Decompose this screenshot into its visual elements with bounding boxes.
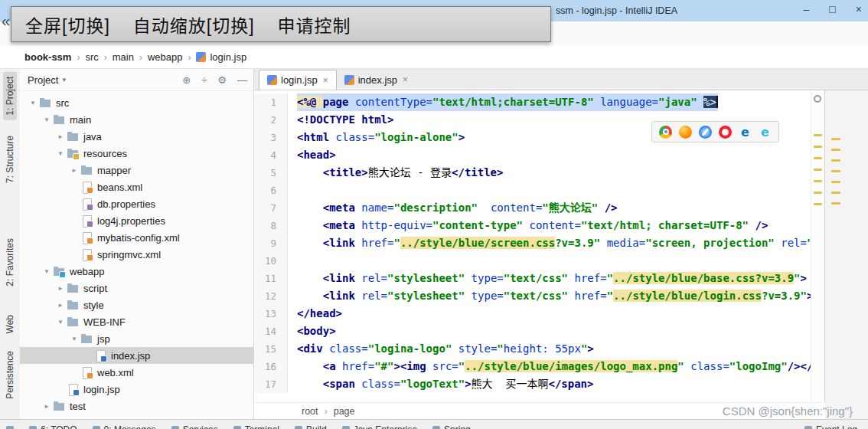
tab-login-jsp[interactable]: login.jsp × — [259, 70, 337, 90]
collapse-arrow-icon[interactable]: ▾ — [55, 149, 66, 157]
minimize-icon[interactable]: – — [804, 3, 810, 15]
tree-item-login-jsp[interactable]: login.jsp — [20, 381, 253, 398]
warning-mark-icon[interactable] — [831, 181, 840, 183]
code-line-17[interactable]: 17 <span class="logoText">熊大 买一本啊</span> — [254, 375, 825, 393]
code-line-4[interactable]: 4<head> — [254, 146, 825, 164]
firefox-icon[interactable] — [679, 126, 692, 139]
breadcrumb-page-tag[interactable]: page — [334, 406, 355, 417]
status-item-services[interactable]: Services — [171, 424, 218, 429]
tree-item-style[interactable]: ▸style — [20, 296, 253, 313]
breadcrumb-webapp[interactable]: webapp — [148, 51, 183, 63]
status-item-terminal[interactable]: Terminal — [233, 424, 279, 429]
status-item-java-enterprise[interactable]: Java Enterprise — [342, 424, 417, 429]
warning-mark-icon[interactable] — [831, 170, 840, 172]
status-item-spring[interactable]: Spring — [432, 424, 471, 429]
ie-icon[interactable] — [759, 126, 772, 139]
expand-arrow-icon[interactable]: ▸ — [55, 133, 66, 140]
tool-window-switcher-icon[interactable] — [6, 426, 14, 429]
expand-arrow-icon[interactable]: ▸ — [41, 402, 52, 410]
warning-mark-icon[interactable] — [814, 146, 822, 148]
breadcrumb-login-jsp[interactable]: login.jsp — [210, 51, 246, 63]
fullscreen-toggle-button[interactable]: 全屏[切换] — [25, 11, 110, 38]
chrome-icon[interactable] — [659, 126, 672, 139]
breadcrumb-root-tag[interactable]: root — [302, 406, 318, 417]
autoscale-toggle-button[interactable]: 自动缩放[切换] — [133, 11, 255, 38]
code-line-7[interactable]: 7 <meta name="description" content="熊大论坛… — [254, 199, 825, 217]
code-line-12[interactable]: 12 <link rel="stylesheet" type="text/css… — [254, 287, 825, 305]
tree-item-jsp[interactable]: ▾jsp — [20, 330, 253, 347]
stripe-item-web[interactable]: Web — [3, 310, 17, 338]
collapse-all-icon[interactable]: ÷ — [201, 74, 207, 86]
tree-item-index-jsp[interactable]: index.jsp — [20, 347, 253, 364]
code-line-10[interactable]: 10 — [254, 252, 825, 270]
code-line-16[interactable]: 16 <a href="#"><img src="../style/blue/i… — [254, 358, 825, 375]
tree-item-mybatis-config-xml[interactable]: mybatis-config.xml — [20, 229, 253, 246]
code-line-9[interactable]: 9 <link href="../style/blue/screen.css?v… — [254, 234, 825, 252]
stripe-item-7-structure[interactable]: 7: Structure — [3, 131, 17, 188]
warning-mark-icon[interactable] — [831, 138, 840, 140]
collapse-arrow-icon[interactable]: ▾ — [41, 116, 52, 123]
stripe-item-persistence[interactable]: Persistence — [3, 346, 17, 404]
warning-mark-icon[interactable] — [814, 180, 822, 182]
edge-icon[interactable] — [739, 126, 752, 139]
tree-item-log4j-properties[interactable]: log4j.properties — [20, 212, 253, 229]
code-editor[interactable]: 1<%@ page contentType="text/html;charset… — [254, 90, 825, 402]
code-line-14[interactable]: 14<body> — [254, 323, 825, 340]
expand-arrow-icon[interactable]: ▸ — [55, 284, 66, 292]
tree-item-web-xml[interactable]: web.xml — [20, 364, 253, 381]
expand-arrow-icon[interactable]: ▸ — [69, 166, 80, 174]
status-item-build[interactable]: Build — [295, 424, 327, 429]
warning-mark-icon[interactable] — [831, 192, 840, 194]
status-item-0-messages[interactable]: 0: Messages — [93, 424, 156, 429]
tree-item-beans-xml[interactable]: beans.xml — [20, 178, 253, 195]
code-line-15[interactable]: 15<div class="logina-logo" style="height… — [254, 340, 825, 358]
code-line-1[interactable]: 1<%@ page contentType="text/html;charset… — [254, 93, 825, 111]
gear-icon[interactable]: ⚙ — [217, 74, 227, 86]
collapse-arrow-icon[interactable]: ▾ — [69, 335, 80, 342]
warning-mark-icon[interactable] — [831, 149, 840, 151]
stripe-item-2-favorites[interactable]: 2: Favorites — [3, 234, 17, 291]
tree-item-test[interactable]: ▸test — [20, 398, 253, 414]
safari-icon[interactable] — [699, 126, 712, 139]
expand-arrow-icon[interactable]: ▸ — [55, 301, 66, 309]
warning-mark-icon[interactable] — [814, 192, 822, 194]
inspection-stripe[interactable] — [811, 90, 825, 402]
request-control-button[interactable]: 申请控制 — [278, 11, 351, 38]
hide-panel-icon[interactable]: — — [237, 74, 247, 86]
tree-item-webapp[interactable]: ▾webapp — [20, 263, 253, 280]
warning-mark-icon[interactable] — [814, 169, 822, 171]
code-line-5[interactable]: 5 <title>熊大论坛 - 登录</title> — [254, 164, 825, 182]
breadcrumb-main[interactable]: main — [113, 51, 134, 63]
maximize-icon[interactable]: □ — [829, 3, 835, 15]
locate-file-icon[interactable]: ⊕ — [182, 74, 191, 86]
collapse-arrow-icon[interactable]: ▾ — [55, 318, 66, 326]
warning-mark-icon[interactable] — [814, 203, 822, 205]
code-line-6[interactable]: 6 — [254, 182, 825, 199]
code-line-11[interactable]: 11 <link rel="stylesheet" type="text/css… — [254, 270, 825, 287]
warning-mark-icon[interactable] — [814, 134, 822, 136]
tree-item-script[interactable]: ▸script — [20, 280, 253, 296]
opera-icon[interactable] — [719, 126, 732, 139]
stripe-item-1-project[interactable]: 1: Project — [3, 72, 17, 120]
inspection-status-icon[interactable] — [814, 95, 821, 103]
close-tab-icon[interactable]: × — [403, 74, 408, 85]
tree-item-resources[interactable]: ▾resources — [20, 145, 253, 162]
collapse-arrow-icon[interactable]: ▾ — [28, 99, 38, 106]
collapse-overlay-chevron-icon[interactable]: « — [2, 12, 10, 30]
chevron-down-icon[interactable]: ▾ — [62, 76, 66, 84]
tree-item-java[interactable]: ▸java — [20, 128, 253, 145]
tree-item-db-properties[interactable]: db.properties — [20, 195, 253, 212]
tab-index-jsp[interactable]: index.jsp × — [337, 70, 416, 90]
tree-item-mapper[interactable]: ▸mapper — [20, 162, 253, 178]
collapse-arrow-icon[interactable]: ▾ — [41, 267, 52, 275]
breadcrumb-project[interactable]: book-ssm — [24, 51, 71, 63]
event-log-button[interactable]: Event Log — [804, 424, 857, 429]
warning-mark-icon[interactable] — [831, 159, 840, 162]
tree-item-main[interactable]: ▾main — [20, 111, 253, 128]
warning-mark-icon[interactable] — [831, 202, 840, 205]
tree-item-web-inf[interactable]: ▾WEB-INF — [20, 313, 253, 330]
tree-item-springmvc-xml[interactable]: springmvc.xml — [20, 246, 253, 263]
status-item-6-todo[interactable]: 6: TODO — [29, 424, 77, 429]
tree-item-src[interactable]: ▾src — [20, 94, 253, 111]
close-icon[interactable]: × — [856, 3, 862, 15]
